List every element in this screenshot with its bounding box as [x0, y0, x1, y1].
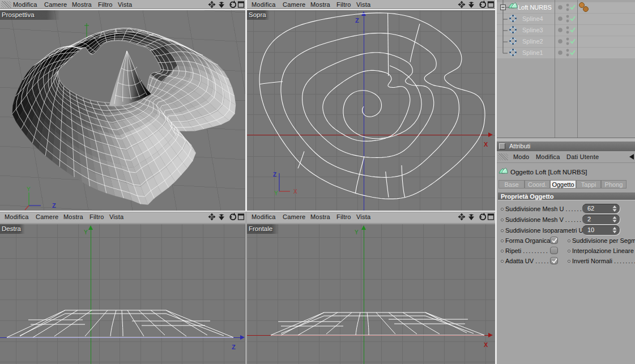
svg-text:Z: Z	[273, 172, 276, 178]
svg-text:Y: Y	[84, 229, 88, 235]
svg-text:Y: Y	[27, 186, 31, 192]
svg-text:Z: Z	[52, 202, 56, 209]
svg-text:Z: Z	[232, 344, 236, 350]
svg-text:Y: Y	[274, 190, 278, 196]
svg-text:X: X	[293, 189, 297, 195]
svg-text:X: X	[484, 341, 488, 348]
svg-text:Y: Y	[355, 229, 359, 235]
svg-text:X: X	[484, 141, 488, 148]
svg-text:Z: Z	[355, 17, 359, 24]
